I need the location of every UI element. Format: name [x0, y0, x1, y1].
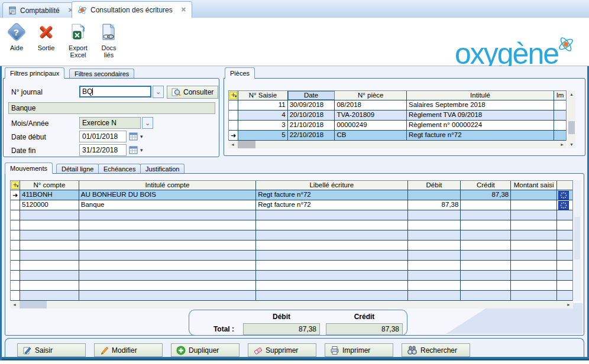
add-row-button[interactable]: +▾	[11, 181, 20, 190]
date-start-label: Date début	[11, 133, 46, 141]
empty-row	[11, 291, 572, 301]
docs-lies-button[interactable]: Docs liés	[93, 21, 124, 58]
col-intitule[interactable]: Intitulé	[407, 91, 554, 100]
date-end-caret[interactable]: ▾	[140, 147, 143, 153]
period-dropdown-button[interactable]: ⌄	[142, 117, 153, 129]
movements-hscrollbar[interactable]: ◄ ►	[10, 301, 573, 308]
euro-flag-icon	[558, 191, 569, 200]
col-credit[interactable]: Crédit	[461, 181, 511, 190]
pieces-row[interactable]: 3 21/10/2018 00000249 Règlement n° 00000…	[229, 121, 566, 131]
tab-pieces[interactable]: Pièces	[225, 67, 255, 79]
col-piece[interactable]: N° pièce	[335, 91, 407, 100]
plus-icon: +▾	[11, 181, 19, 189]
current-row-marker: ➜	[231, 132, 236, 139]
binoculars-icon	[407, 345, 418, 355]
tab-comptabilite-label: Comptabilité	[20, 6, 60, 15]
pencil-icon	[99, 346, 109, 355]
pieces-panel: +▾ N° Saisie Date N° pièce Intitulé Im 1…	[224, 78, 585, 156]
movement-row[interactable]: 5120000 Banque Regt facture n°72 87,38	[11, 200, 572, 210]
calendar-icon[interactable]	[129, 132, 138, 141]
plus-icon: +▾	[229, 92, 237, 99]
tab-consultation-label: Consultation des écritures	[90, 6, 173, 14]
chevron-down-icon: ⌄	[145, 119, 150, 126]
tab-filtres-principaux[interactable]: Filtres principaux	[5, 67, 64, 79]
filtres-secondaires-label: Filtres secondaires	[75, 70, 129, 77]
pieces-table: +▾ N° Saisie Date N° pièce Intitulé Im 1…	[228, 90, 567, 141]
rechercher-label: Rechercher	[420, 346, 457, 355]
col-date[interactable]: Date	[288, 91, 335, 100]
journal-label: N° journal	[11, 88, 43, 96]
tab-detail-ligne[interactable]: Détail ligne	[56, 164, 99, 174]
supprimer-button[interactable]: Supprimer	[248, 343, 316, 357]
saisir-label: Saisir	[35, 346, 53, 355]
total-credit-value: 87,38	[326, 323, 403, 335]
pieces-header-row: +▾ N° Saisie Date N° pièce Intitulé Im	[229, 91, 566, 100]
rechercher-button[interactable]: Rechercher	[402, 343, 470, 357]
tab-justification[interactable]: Justification	[140, 164, 185, 174]
totals-box: Débit Crédit Total : 87,38 87,38	[189, 310, 407, 336]
pieces-vscrollbar[interactable]: ▲	[568, 90, 575, 141]
journal-input[interactable]: BQ	[79, 86, 151, 98]
total-label: Total :	[189, 325, 240, 333]
atom-icon	[77, 5, 87, 15]
close-icon[interactable]: ✕	[181, 6, 186, 14]
tab-filtres-secondaires[interactable]: Filtres secondaires	[69, 69, 134, 79]
euro-flag-icon	[558, 201, 569, 210]
col-montant-saisi[interactable]: Montant saisi	[511, 181, 557, 190]
saisir-button[interactable]: Saisir	[17, 343, 86, 357]
tab-mouvements[interactable]: Mouvements	[5, 162, 53, 174]
pieces-vscroll-down[interactable]: ▼	[568, 141, 575, 148]
tab-echeances[interactable]: Echéances	[98, 164, 141, 174]
imprimer-button[interactable]: Imprimer	[325, 343, 393, 357]
journal-dropdown-button[interactable]: ⌄	[153, 86, 164, 98]
pieces-row[interactable]: 4 20/10/2018 TVA-201809 Règlement TVA 09…	[229, 110, 566, 121]
sortie-label: Sortie	[31, 44, 62, 51]
date-start-input[interactable]: 01/01/2018	[79, 131, 127, 142]
tab-consultation-ecritures[interactable]: Consultation des écritures ✕	[72, 1, 192, 18]
chevron-down-icon: ⌄	[156, 88, 161, 95]
period-select[interactable]: Exercice N	[79, 117, 141, 129]
pieces-tab-label: Pièces	[230, 70, 250, 77]
pieces-hscrollbar[interactable]: ◄ ►	[228, 141, 567, 148]
sortie-button[interactable]: Sortie	[31, 21, 62, 51]
plus-circle-icon	[176, 346, 186, 355]
text-caret	[92, 88, 93, 95]
col-imp[interactable]: Im	[554, 91, 566, 100]
empty-row	[11, 281, 572, 291]
empty-row	[11, 220, 572, 230]
add-row-button[interactable]: +▾	[229, 91, 238, 100]
col-saisie[interactable]: N° Saisie	[238, 91, 288, 100]
modifier-label: Modifier	[112, 346, 137, 355]
calendar-icon[interactable]	[129, 145, 138, 155]
total-credit-header: Crédit	[323, 313, 406, 321]
filtres-principaux-label: Filtres principaux	[10, 70, 59, 77]
scroll-right-icon: ►	[567, 303, 571, 307]
movements-vscrollbar[interactable]	[574, 180, 581, 301]
date-end-input[interactable]: 31/12/2018	[79, 144, 127, 156]
empty-row	[11, 271, 572, 281]
date-start-caret[interactable]: ▾	[140, 134, 143, 139]
scroll-left-icon: ◄	[12, 303, 17, 307]
empty-row	[11, 251, 572, 261]
tab-comptabilite[interactable]: Comptabilité ✕	[2, 2, 79, 18]
total-debit-value: 87,38	[243, 323, 320, 335]
date-end-label: Date fin	[11, 147, 35, 155]
col-intitule-compte[interactable]: Intitulé compte	[79, 181, 256, 190]
col-compte[interactable]: N° compte	[20, 181, 79, 190]
oxygene-atom-icon	[557, 35, 575, 53]
aide-button[interactable]: ? Aide	[1, 21, 32, 51]
export-excel-button[interactable]: Export Excel	[63, 21, 93, 58]
content-area: Filtres principaux Filtres secondaires N…	[0, 66, 589, 360]
pieces-row[interactable]: 11 30/09/2018 08/2018 Salaires Septembre…	[229, 100, 566, 110]
movement-row-selected[interactable]: ➜ 411BONH AU BONHEUR DU BOIS Regt factur…	[11, 190, 572, 200]
dupliquer-button[interactable]: Dupliquer	[171, 343, 240, 357]
pieces-row-selected[interactable]: ➜ 5 22/10/2018 CB Regt facture n°72	[229, 131, 566, 141]
col-libelle[interactable]: Libellé écriture	[256, 181, 407, 190]
exit-icon	[37, 23, 55, 41]
col-debit[interactable]: Débit	[408, 181, 461, 190]
consulter-button[interactable]: Consulter	[167, 86, 218, 99]
empty-row	[11, 240, 572, 251]
scroll-left-icon: ◄	[231, 142, 235, 147]
printer-icon	[330, 346, 339, 355]
modifier-button[interactable]: Modifier	[94, 343, 163, 357]
